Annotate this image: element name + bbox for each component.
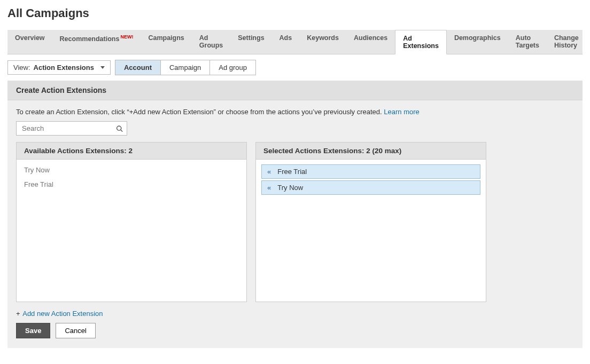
- tab-ads[interactable]: Ads: [272, 30, 300, 54]
- tab-keywords[interactable]: Keywords: [299, 30, 346, 54]
- panel-header: Create Action Extensions: [7, 81, 583, 100]
- selected-header: Selected Actions Extensions: 2 (20 max): [256, 143, 486, 160]
- toolbar: View: Action Extensions Account Campaign…: [0, 54, 590, 81]
- selected-item-label: Free Trial: [277, 168, 307, 176]
- cancel-button[interactable]: Cancel: [56, 323, 95, 338]
- chevron-down-icon: [100, 66, 105, 69]
- remove-icon[interactable]: «: [267, 168, 271, 175]
- plus-icon: +: [16, 310, 20, 318]
- tab-ad-groups[interactable]: Ad Groups: [192, 30, 230, 54]
- tab-ad-extensions[interactable]: Ad Extensions: [395, 30, 447, 54]
- svg-point-0: [117, 126, 121, 130]
- available-item[interactable]: Try Now: [17, 163, 246, 177]
- tabs-bar: Overview RecommendationsNEW! Campaigns A…: [7, 30, 583, 54]
- available-column: Available Actions Extensions: 2 Try Now …: [16, 142, 247, 302]
- new-badge: NEW!: [120, 34, 133, 39]
- search-input[interactable]: [16, 121, 127, 136]
- view-label: View:: [13, 64, 30, 72]
- selected-item-label: Try Now: [277, 184, 303, 192]
- remove-icon[interactable]: «: [267, 184, 271, 191]
- tab-demographics[interactable]: Demographics: [447, 30, 508, 54]
- tab-auto-targets[interactable]: Auto Targets: [508, 30, 547, 54]
- search-wrap: [16, 121, 127, 136]
- tab-campaigns[interactable]: Campaigns: [141, 30, 191, 54]
- view-value: Action Extensions: [34, 64, 94, 72]
- add-new-extension-link[interactable]: Add new Action Extension: [22, 310, 103, 318]
- content-panel: Create Action Extensions To create an Ac…: [7, 81, 583, 348]
- tab-change-history[interactable]: Change History: [547, 30, 586, 54]
- selected-item[interactable]: « Free Trial: [261, 164, 480, 179]
- save-button[interactable]: Save: [16, 323, 50, 338]
- tab-settings[interactable]: Settings: [230, 30, 271, 54]
- intro-text: To create an Action Extension, click “+A…: [7, 100, 583, 121]
- tab-recommendations[interactable]: RecommendationsNEW!: [52, 30, 141, 54]
- page-title: All Campaigns: [0, 0, 590, 30]
- add-link-row: + Add new Action Extension: [7, 302, 583, 323]
- scope-campaign-button[interactable]: Campaign: [161, 60, 209, 75]
- available-item[interactable]: Free Trial: [17, 177, 246, 192]
- svg-line-1: [121, 130, 122, 131]
- selected-item[interactable]: « Try Now: [261, 180, 480, 195]
- tab-audiences[interactable]: Audiences: [346, 30, 395, 54]
- tab-overview[interactable]: Overview: [7, 30, 52, 54]
- available-header: Available Actions Extensions: 2: [17, 143, 246, 160]
- search-icon: [116, 125, 123, 132]
- scope-adgroup-button[interactable]: Ad group: [210, 60, 255, 75]
- learn-more-link[interactable]: Learn more: [384, 108, 419, 116]
- selected-column: Selected Actions Extensions: 2 (20 max) …: [255, 142, 486, 302]
- view-dropdown[interactable]: View: Action Extensions: [7, 60, 111, 75]
- scope-account-button[interactable]: Account: [115, 60, 160, 75]
